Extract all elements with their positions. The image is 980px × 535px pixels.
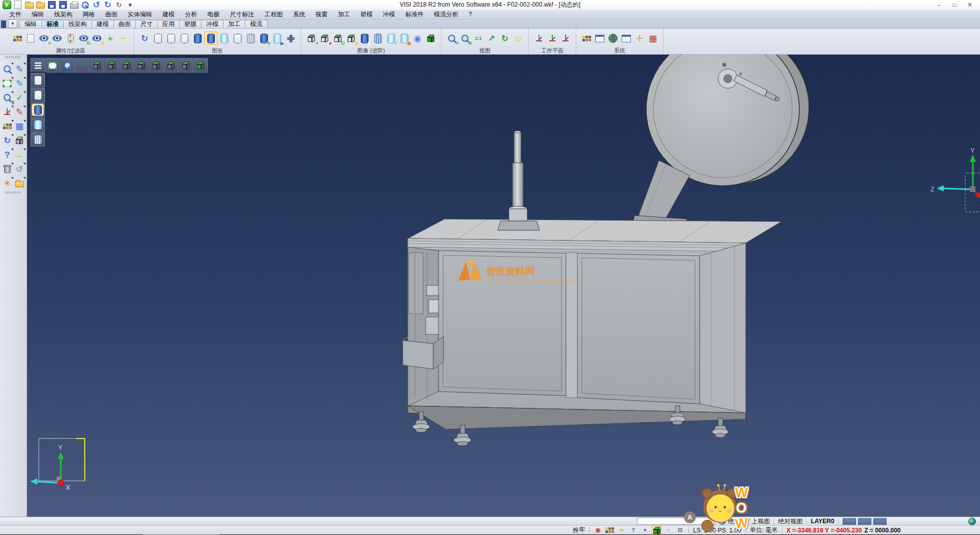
zoom-vector[interactable]: ↗ — [485, 32, 498, 44]
menu-item-drafting[interactable]: 工程图 — [259, 10, 288, 19]
menu-item-dimension[interactable]: 尺寸标注 — [225, 10, 259, 19]
menu-item-mould[interactable]: 塑模 — [355, 10, 378, 19]
status-stamp[interactable]: ✛ — [617, 526, 626, 534]
toolbar-options-dropdown[interactable]: ▾ — [126, 1, 135, 10]
transparent-display[interactable] — [218, 32, 230, 44]
left-tool-delete-entity[interactable] — [1, 162, 13, 176]
find-document[interactable] — [81, 1, 90, 10]
mesh-sphere[interactable]: ◉ — [411, 32, 424, 44]
wireframe-display[interactable] — [152, 32, 164, 44]
view-observer[interactable]: ☺ — [512, 32, 524, 44]
new-document[interactable] — [13, 1, 22, 10]
validate-solid[interactable]: ✓ — [385, 32, 397, 44]
menu-item-analysis[interactable]: 分析 — [180, 10, 202, 19]
left-tool-selection-filter[interactable] — [1, 62, 13, 76]
zoom-select[interactable] — [62, 60, 73, 71]
display-settings[interactable] — [594, 32, 606, 44]
open-recent[interactable] — [36, 1, 45, 10]
menu-item-system[interactable]: 系统 — [288, 10, 310, 19]
vp-tile-view-top[interactable] — [90, 58, 104, 72]
vp-tile-display-mesh[interactable] — [31, 132, 45, 147]
maximize-button[interactable]: □ — [947, 1, 962, 9]
workplane-origin[interactable] — [533, 32, 545, 44]
left-tool-zoom-dynamic[interactable]: ± — [1, 91, 13, 104]
section-cylinder[interactable]: ⋮ — [358, 32, 371, 44]
menu-item-mesh[interactable]: 网格 — [78, 10, 100, 19]
redo-action[interactable]: ↻ — [103, 1, 112, 10]
display-transparent[interactable] — [32, 119, 43, 130]
menu-item-standard-parts[interactable]: 标准件 — [400, 10, 429, 19]
vp-tile-display-transparent[interactable] — [31, 117, 45, 132]
status-shade-mode[interactable] — [652, 526, 661, 534]
vp-tile-display-hidden-line[interactable] — [31, 88, 45, 102]
workplane-entity[interactable] — [546, 32, 558, 44]
status-trash[interactable]: ▣ — [594, 526, 602, 534]
left-tool-grid-plane[interactable]: ▦ — [13, 119, 26, 133]
save-as[interactable] — [58, 1, 67, 10]
toolbar-grip[interactable] — [5, 56, 21, 58]
status-split-view[interactable]: ⊟ — [676, 526, 684, 534]
menu-item-surface[interactable]: 曲面 — [100, 10, 122, 19]
menu-item-modeling[interactable]: 建模 — [157, 10, 180, 19]
filter-eye-refresh[interactable]: ↻ — [78, 32, 90, 44]
left-tool-confirm-selection[interactable]: ✓ — [13, 91, 26, 104]
system-options[interactable] — [607, 32, 619, 44]
close-button[interactable]: ✕ — [963, 1, 977, 9]
left-tool-sketch-edit[interactable]: ✎ — [13, 62, 26, 76]
vp-tile-display-wireframe[interactable] — [31, 73, 45, 87]
box-visibility[interactable]: ● — [318, 32, 331, 44]
view-left[interactable] — [151, 60, 162, 71]
box-refresh[interactable]: ↻ — [332, 32, 344, 44]
layer-color-swatch-2[interactable] — [873, 518, 887, 525]
visi-logo[interactable]: V — [2, 1, 11, 10]
layer-color-swatch-0[interactable] — [843, 518, 856, 525]
zoom-extents[interactable]: ✥ — [459, 32, 471, 44]
vp-tile-display-shaded[interactable] — [31, 103, 45, 117]
regen-solids[interactable]: ↻ — [258, 32, 270, 44]
vp-tile-zoom-select[interactable] — [60, 58, 75, 72]
view-top[interactable] — [91, 60, 103, 71]
shaded-display[interactable] — [191, 32, 204, 44]
selection-options[interactable]: ✛ — [633, 32, 646, 44]
box-toggle[interactable]: ± — [345, 32, 357, 44]
tab-standard[interactable]: 标准 — [41, 20, 64, 28]
tab-flow[interactable]: 模流 — [245, 20, 267, 28]
tab-dimension[interactable]: 尺寸 — [135, 20, 158, 28]
active-layer-indicator[interactable]: LAYER0 — [811, 518, 834, 525]
filter-add[interactable]: + — [104, 32, 116, 44]
hidden-line-display[interactable] — [165, 32, 177, 44]
left-tool-shaded-cube[interactable] — [13, 134, 26, 147]
view-axonometric[interactable] — [180, 60, 191, 71]
search-icon[interactable] — [719, 518, 726, 525]
vp-tile-view-axonometric[interactable] — [179, 58, 193, 72]
striped-cylinder[interactable] — [372, 32, 384, 44]
filter-eye-remove[interactable]: − — [51, 32, 63, 44]
filter-eye-add[interactable]: + — [38, 32, 50, 44]
display-shaded[interactable] — [32, 104, 43, 115]
session-replay[interactable]: ↻ — [114, 1, 124, 10]
status-snap[interactable]: ✦ — [641, 526, 649, 534]
dashed-hidden-display[interactable] — [178, 32, 190, 44]
flat-display[interactable] — [231, 32, 243, 44]
status-help[interactable]: ? — [629, 526, 638, 534]
menu-item-wireframe[interactable]: 线架构 — [49, 10, 78, 19]
left-tool-machining-navigator[interactable]: ✳ — [1, 177, 13, 190]
left-tool-undo-last[interactable]: ↺ — [13, 162, 26, 176]
dynamic-display[interactable]: ▶ — [271, 32, 283, 44]
command-search-input[interactable] — [637, 518, 715, 525]
display-wireframe[interactable] — [32, 75, 43, 86]
left-tool-help-query[interactable]: ? — [1, 148, 13, 161]
vp-tile-view-bottom[interactable] — [105, 58, 119, 72]
tab-surface[interactable]: 曲面 — [113, 20, 136, 28]
vp-tile-view-right[interactable] — [164, 58, 178, 72]
menu-item-help[interactable]: ? — [463, 10, 477, 19]
vp-tile-view-front[interactable] — [119, 58, 134, 72]
left-tool-workplane-triad[interactable] — [1, 105, 13, 118]
filter-eye-toggle[interactable]: ± — [91, 32, 103, 44]
window-tools[interactable] — [620, 32, 632, 44]
left-tool-file-manager[interactable] — [13, 177, 26, 190]
tab-modeling[interactable]: 建模 — [91, 20, 114, 28]
zoom-1-1[interactable]: 1:1 — [472, 32, 484, 44]
copy-solid[interactable]: ▣ — [398, 32, 410, 44]
box-add[interactable]: + — [305, 32, 317, 44]
